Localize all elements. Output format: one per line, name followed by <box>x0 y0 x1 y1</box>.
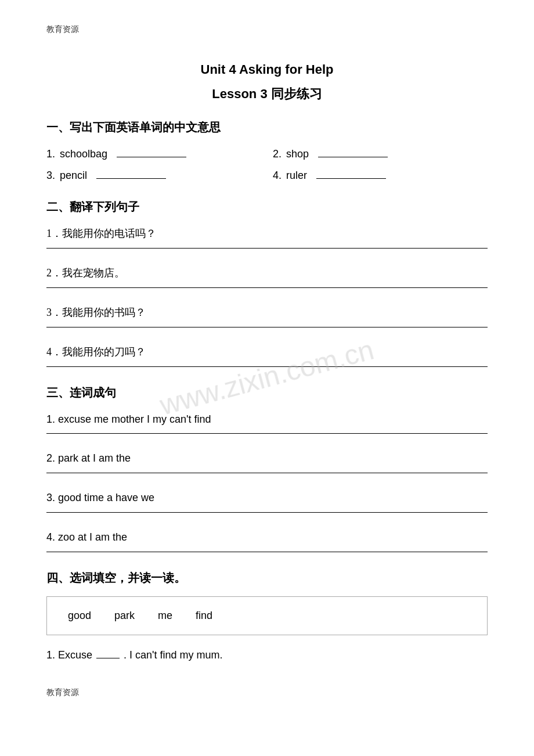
sentence-words-2: 2. park at I am the <box>46 450 488 467</box>
fill-blank-1[interactable] <box>96 648 120 658</box>
sentence-line-4 <box>46 552 488 552</box>
word-option-3: me <box>158 607 172 624</box>
sentence-words-3: 3. good time a have we <box>46 489 488 506</box>
translation-q-2: 2．我在宠物店。 <box>46 265 488 282</box>
vocab-word-3: pencil <box>60 167 87 184</box>
sentence-item-4: 4. zoo at I am the <box>46 529 488 552</box>
translation-q-3: 3．我能用你的书吗？ <box>46 304 488 321</box>
answer-line-1 <box>46 248 488 249</box>
vocab-item-3: 3. pencil <box>46 167 261 184</box>
word-option-4: find <box>196 607 212 624</box>
translation-item-4: 4．我能用你的刀吗？ <box>46 344 488 367</box>
sentence-item-2: 2. park at I am the <box>46 450 488 473</box>
word-box: good park me find <box>46 596 488 635</box>
section-3: 三、连词成句 1. excuse me mother I my can't fi… <box>46 383 488 552</box>
lesson-title: Lesson 3 同步练习 <box>46 84 488 104</box>
section-1-title: 一、写出下面英语单词的中文意思 <box>46 118 488 136</box>
section-1: 一、写出下面英语单词的中文意思 1. schoolbag 2. shop 3. … <box>46 118 488 184</box>
vocab-blank-3[interactable] <box>96 168 166 179</box>
translation-item-3: 3．我能用你的书吗？ <box>46 304 488 327</box>
sentence-item-1: 1. excuse me mother I my can't find <box>46 411 488 434</box>
section-3-title: 三、连词成句 <box>46 383 488 402</box>
vocab-word-4: ruler <box>286 167 307 184</box>
unit-title: Unit 4 Asking for Help <box>46 59 488 80</box>
answer-line-3 <box>46 327 488 327</box>
word-options-row: good park me find <box>59 603 475 629</box>
sentence-line-3 <box>46 512 488 513</box>
fill-item-1: 1. Excuse . I can't find my mum. <box>46 647 488 664</box>
vocab-blank-4[interactable] <box>316 168 386 179</box>
word-option-1: good <box>68 607 91 624</box>
sentence-line-1 <box>46 433 488 434</box>
answer-line-4 <box>46 366 488 367</box>
sentence-item-3: 3. good time a have we <box>46 489 488 513</box>
vocab-num-3: 3. <box>46 167 55 184</box>
vocab-num-1: 1. <box>46 146 55 163</box>
vocab-word-1: schoolbag <box>60 146 107 163</box>
translation-item-2: 2．我在宠物店。 <box>46 265 488 288</box>
header-label: 教育资源 <box>46 23 488 36</box>
vocab-blank-2[interactable] <box>318 147 388 157</box>
vocab-item-1: 1. schoolbag <box>46 146 261 163</box>
section-4: 四、选词填空，并读一读。 good park me find 1. Excuse… <box>46 568 488 664</box>
word-option-2: park <box>114 607 135 624</box>
vocab-blank-1[interactable] <box>117 147 186 157</box>
vocab-word-2: shop <box>286 146 309 163</box>
section-2: 二、翻译下列句子 1．我能用你的电话吗？ 2．我在宠物店。 3．我能用你的书吗？… <box>46 197 488 366</box>
vocab-num-2: 2. <box>273 146 282 163</box>
answer-line-2 <box>46 287 488 288</box>
vocab-item-4: 4. ruler <box>273 167 488 184</box>
sentence-line-2 <box>46 473 488 473</box>
sentence-words-1: 1. excuse me mother I my can't find <box>46 411 488 428</box>
translation-q-1: 1．我能用你的电话吗？ <box>46 225 488 242</box>
section-4-title: 四、选词填空，并读一读。 <box>46 568 488 587</box>
vocab-num-4: 4. <box>273 167 282 184</box>
translation-item-1: 1．我能用你的电话吗？ <box>46 225 488 249</box>
section-2-title: 二、翻译下列句子 <box>46 197 488 216</box>
vocab-item-2: 2. shop <box>273 146 488 163</box>
translation-q-4: 4．我能用你的刀吗？ <box>46 344 488 361</box>
footer-label: 教育资源 <box>46 686 488 699</box>
vocab-grid: 1. schoolbag 2. shop 3. pencil 4. ruler <box>46 146 488 184</box>
sentence-words-4: 4. zoo at I am the <box>46 529 488 546</box>
